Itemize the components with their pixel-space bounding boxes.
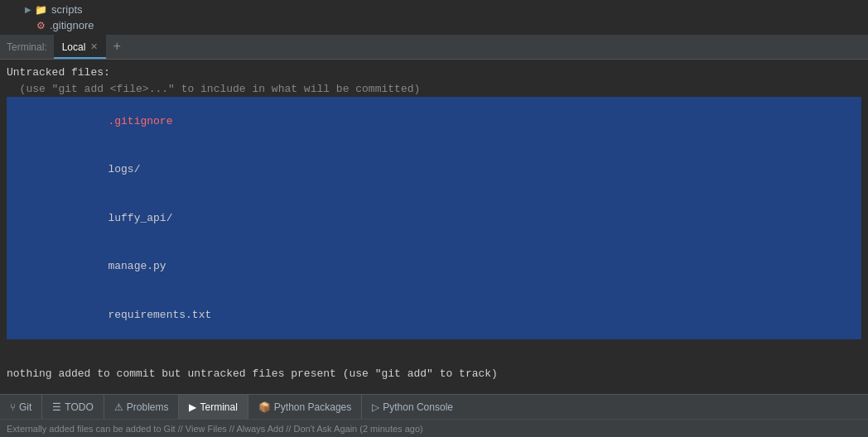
term-line-manage: manage.py (7, 243, 861, 291)
todo-label: TODO (65, 401, 93, 413)
problems-label: Problems (127, 401, 169, 413)
term-line-gitignore: .gitignore (7, 97, 861, 146)
toolbar-python-packages[interactable]: 📦 Python Packages (248, 395, 362, 419)
gitignore-file[interactable]: ⚙ .gitignore (0, 17, 868, 33)
todo-icon: ☰ (52, 401, 61, 413)
term-line-logs: logs/ (7, 146, 861, 194)
toolbar-terminal[interactable]: ▶ Terminal (179, 395, 248, 419)
term-line-luffy: luffy_api/ (7, 194, 861, 243)
toolbar-python-console[interactable]: ▷ Python Console (362, 395, 463, 419)
term-line-nothing: nothing added to commit but untracked fi… (7, 366, 861, 382)
gitignore-label: .gitignore (50, 19, 94, 31)
git-icon: ⚙ (36, 20, 46, 31)
local-tab[interactable]: Local ✕ (54, 35, 107, 59)
gitignore-entry: .gitignore (82, 115, 172, 127)
folder-icon: 📁 (35, 4, 47, 16)
term-line-requirements: requirements.txt (7, 291, 861, 339)
terminal-tab-bar: Terminal: Local ✕ + (0, 35, 868, 60)
local-tab-label: Local (62, 41, 86, 53)
python-packages-label: Python Packages (274, 401, 351, 413)
status-text: Externally added files can be added to G… (7, 424, 423, 434)
folder-arrow: ▶ (25, 5, 31, 14)
logs-entry: logs/ (82, 163, 140, 175)
problems-icon: ⚠ (114, 401, 123, 413)
blank-line-1 (7, 339, 861, 353)
blank-line-2 (7, 353, 861, 366)
status-bar: Externally added files can be added to G… (0, 419, 868, 437)
terminal-label: Terminal: (0, 41, 54, 53)
bottom-toolbar: ⑂ Git ☰ TODO ⚠ Problems ▶ Terminal 📦 Pyt… (0, 394, 868, 419)
git-toolbar-icon: ⑂ (10, 401, 16, 413)
term-line-untracked: Untracked files: (7, 65, 861, 81)
file-tree: ▶ 📁 scripts ⚙ .gitignore (0, 0, 868, 35)
blank-line-3 (7, 382, 861, 394)
scripts-label: scripts (51, 3, 83, 16)
toolbar-git[interactable]: ⑂ Git (0, 395, 42, 419)
toolbar-todo[interactable]: ☰ TODO (42, 395, 104, 419)
term-line-hint: (use "git add <file>..." to include in w… (7, 81, 861, 98)
python-console-icon: ▷ (372, 401, 379, 413)
add-tab-button[interactable]: + (106, 35, 128, 60)
python-console-label: Python Console (383, 401, 453, 413)
terminal-icon: ▶ (189, 401, 196, 413)
python-packages-icon: 📦 (258, 401, 271, 413)
manage-entry: manage.py (82, 260, 166, 272)
toolbar-problems[interactable]: ⚠ Problems (104, 395, 180, 419)
luffy-entry: luffy_api/ (82, 212, 172, 224)
git-toolbar-label: Git (19, 401, 31, 413)
close-tab-button[interactable]: ✕ (90, 42, 98, 51)
terminal-content: Untracked files: (use "git add <file>...… (0, 60, 868, 394)
scripts-folder[interactable]: ▶ 📁 scripts (0, 2, 868, 17)
requirements-entry: requirements.txt (82, 309, 211, 321)
terminal-toolbar-label: Terminal (200, 401, 237, 413)
